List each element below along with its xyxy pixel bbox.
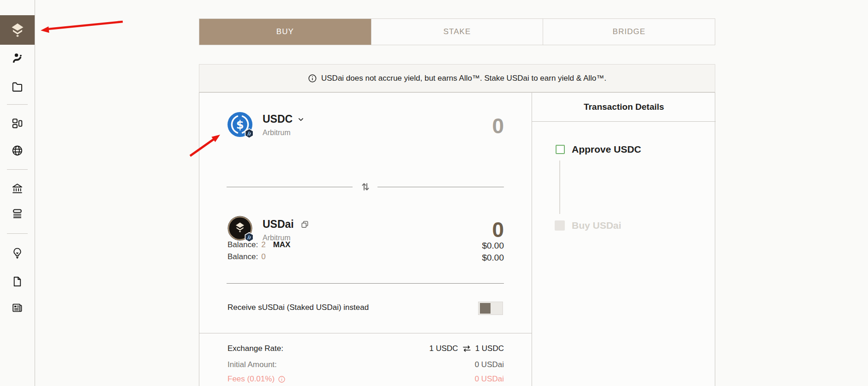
tab-stake[interactable]: STAKE (371, 19, 543, 45)
fees-info-icon[interactable] (278, 375, 286, 383)
swap-section: $ USDC Arbitrum 0 Balance: 2 MAX (199, 93, 532, 386)
from-amount-input[interactable]: 0 (492, 114, 504, 138)
tab-buy[interactable]: BUY (199, 19, 371, 45)
to-amount-value: 0 (492, 218, 504, 242)
to-balance-value: 0 (261, 252, 265, 261)
ledger-stack-icon (11, 208, 24, 220)
buy-step-checkbox (555, 220, 565, 231)
from-token-icon: $ (227, 112, 252, 137)
sidebar (0, 0, 35, 386)
to-token-row: USDai (263, 218, 310, 231)
divider-line (227, 187, 353, 187)
divider-line (377, 187, 504, 187)
buy-step-label: Buy USDai (572, 220, 621, 231)
svg-text:$: $ (236, 119, 244, 131)
swap-direction-icon[interactable] (359, 181, 371, 193)
sidebar-item-buy-active[interactable] (0, 15, 35, 45)
sidebar-divider (7, 169, 28, 170)
sidebar-divider (7, 233, 28, 234)
initial-amount-value: 0 USDai (475, 360, 504, 369)
exchange-rate-to: 1 USDC (475, 344, 504, 353)
section-divider (199, 333, 532, 333)
arbitrum-badge-icon (244, 232, 254, 242)
exchange-arrows-icon (462, 345, 472, 352)
folder-icon (11, 80, 24, 93)
person-hand-up-icon (11, 52, 24, 64)
transaction-details-title: Transaction Details (532, 93, 716, 122)
sidebar-item-institution[interactable] (11, 182, 24, 195)
to-token-icon (227, 216, 252, 241)
toggle-knob (480, 303, 491, 314)
components-icon (11, 117, 24, 130)
sidebar-item-docs[interactable] (11, 275, 24, 288)
from-token-symbol: USDC (263, 113, 293, 125)
usdai-logo-icon (11, 23, 24, 37)
chevron-down-icon (297, 115, 305, 124)
tab-bridge[interactable]: BRIDGE (543, 19, 715, 45)
to-balance-row: Balance: 0 (227, 252, 266, 261)
divider-line (227, 283, 504, 284)
exchange-rate-label: Exchange Rate: (227, 344, 283, 353)
info-banner: USDai does not accrue yield, but earns A… (199, 64, 715, 92)
to-usd-value: $0.00 (482, 253, 504, 263)
to-token-network: Arbitrum (263, 234, 290, 242)
sidebar-divider (7, 104, 28, 105)
mode-tabbar: BUY STAKE BRIDGE (199, 18, 715, 45)
swap-card: $ USDC Arbitrum 0 Balance: 2 MAX (199, 92, 715, 386)
sidebar-item-account[interactable] (11, 51, 24, 64)
sidebar-item-ecosystem[interactable] (11, 144, 24, 157)
arbitrum-badge-icon (244, 128, 254, 138)
from-usd-value: $0.00 (482, 241, 504, 251)
step-connector-line (559, 160, 560, 214)
fees-label: Fees (0.01%) (227, 374, 275, 384)
exchange-rate-from: 1 USDC (429, 344, 458, 353)
from-token-selector[interactable]: USDC (263, 113, 305, 125)
fees-label-row: Fees (0.01%) (227, 374, 286, 384)
copy-address-icon[interactable] (300, 220, 310, 229)
bank-icon (11, 182, 24, 195)
initial-amount-label: Initial Amount: (227, 360, 277, 369)
receive-susdai-label: Receive sUSDai (Staked USDai) instead (227, 303, 369, 312)
sidebar-item-portfolio[interactable] (11, 80, 24, 93)
sidebar-item-components[interactable] (11, 117, 24, 130)
transaction-details-panel: Transaction Details Approve USDC Buy USD… (532, 93, 716, 386)
exchange-rate-value: 1 USDC 1 USDC (429, 344, 504, 353)
sidebar-item-insights[interactable] (11, 246, 24, 259)
sidebar-item-ledger[interactable] (11, 207, 24, 220)
lightbulb-icon (11, 247, 24, 259)
document-icon (11, 275, 24, 288)
to-token-symbol: USDai (263, 218, 294, 231)
from-token-network: Arbitrum (263, 129, 290, 137)
approve-step-checkbox (556, 145, 565, 154)
newspaper-icon (11, 302, 24, 314)
receive-susdai-toggle[interactable] (478, 302, 503, 315)
globe-icon (11, 144, 24, 157)
info-circle-icon (308, 74, 317, 83)
sidebar-item-news[interactable] (11, 301, 24, 314)
fees-value: 0 USDai (475, 374, 504, 384)
approve-step-label: Approve USDC (572, 144, 641, 155)
balance-label: Balance: (227, 252, 258, 261)
banner-text: USDai does not accrue yield, but earns A… (321, 74, 606, 83)
